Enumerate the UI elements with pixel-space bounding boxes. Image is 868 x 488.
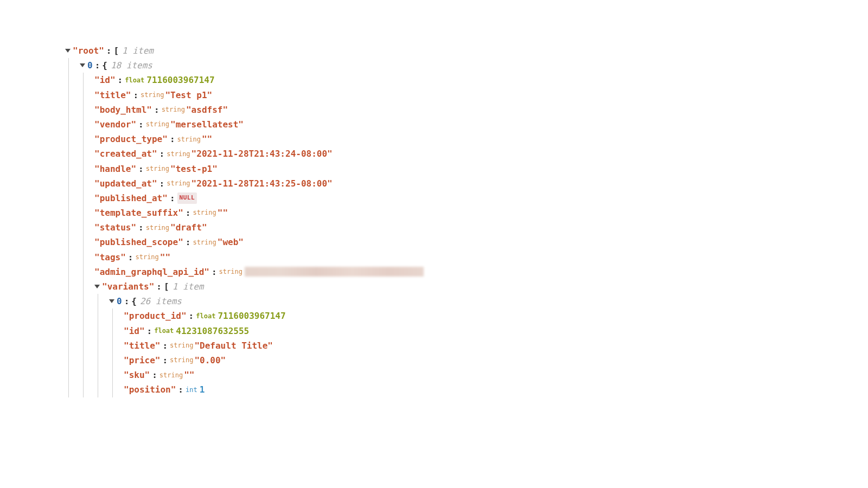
- field-template-suffix[interactable]: "template_suffix": string "": [94, 206, 868, 220]
- caret-down-icon[interactable]: [65, 49, 71, 53]
- field-admin-graphql-api-id[interactable]: "admin_graphql_api_id": string: [94, 265, 868, 279]
- field-handle[interactable]: "handle": string "test-p1": [94, 162, 868, 176]
- item-0-idx: 0: [87, 58, 93, 73]
- field-status[interactable]: "status": string "draft": [94, 220, 868, 235]
- item-0-meta: 18 items: [111, 58, 152, 73]
- root-key: "root": [73, 43, 104, 58]
- variants-row[interactable]: "variants" : [ 1 item: [94, 279, 868, 294]
- root-meta: 1 item: [122, 43, 154, 58]
- field-vendor[interactable]: "vendor": string "mersellatest": [94, 117, 868, 132]
- caret-down-icon[interactable]: [80, 63, 85, 67]
- redacted-value: [245, 267, 424, 277]
- field-published-scope[interactable]: "published_scope": string "web": [94, 235, 868, 249]
- variant-field-title[interactable]: "title": string "Default Title": [124, 338, 868, 353]
- item-0-row[interactable]: 0 : { 18 items: [80, 58, 868, 73]
- caret-down-icon[interactable]: [94, 285, 100, 288]
- null-badge: NULL: [177, 192, 197, 204]
- field-id[interactable]: "id": float 7116003967147: [94, 73, 868, 87]
- field-tags[interactable]: "tags": string "": [94, 250, 868, 265]
- variants-meta: 1 item: [173, 279, 204, 294]
- json-tree: "root" : [ 1 item 0 : { 18 items "id": f…: [65, 43, 868, 397]
- caret-down-icon[interactable]: [109, 299, 114, 303]
- field-product-type[interactable]: "product_type": string "": [94, 132, 868, 146]
- variant-0-row[interactable]: 0 : { 26 items: [109, 294, 868, 309]
- root-row[interactable]: "root" : [ 1 item: [65, 43, 868, 58]
- open-bracket: [: [113, 43, 119, 58]
- variant-field-product-id[interactable]: "product_id": float 7116003967147: [124, 309, 868, 323]
- variant-field-position[interactable]: "position": int 1: [124, 382, 868, 397]
- field-title[interactable]: "title": string "Test p1": [94, 88, 868, 102]
- variant-field-sku[interactable]: "sku": string "": [124, 368, 868, 382]
- variant-0-meta: 26 items: [140, 294, 182, 309]
- field-created-at[interactable]: "created_at": string "2021-11-28T21:43:2…: [94, 146, 868, 161]
- field-published-at[interactable]: "published_at": NULL: [94, 191, 868, 206]
- variant-field-price[interactable]: "price": string "0.00": [124, 353, 868, 368]
- variant-field-id[interactable]: "id": float 41231087632555: [124, 324, 868, 338]
- field-updated-at[interactable]: "updated_at": string "2021-11-28T21:43:2…: [94, 176, 868, 191]
- open-brace: {: [102, 58, 107, 73]
- field-body-html[interactable]: "body_html": string "asdfsf": [94, 102, 868, 117]
